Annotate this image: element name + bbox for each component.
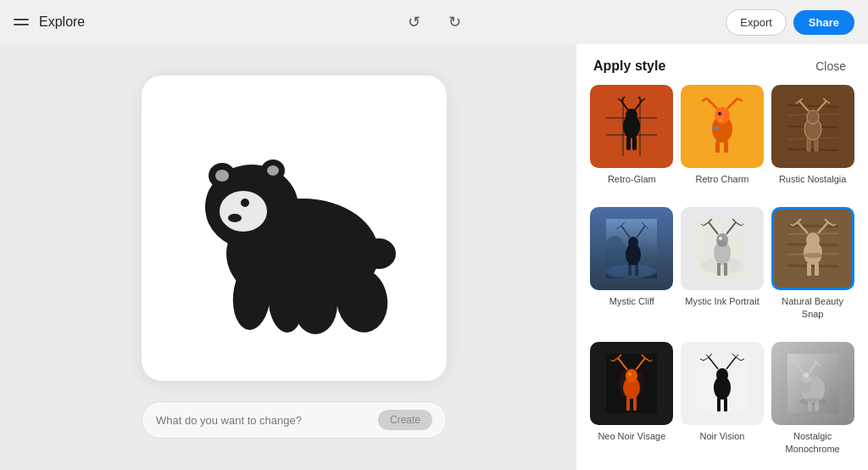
svg-point-40: [719, 119, 722, 122]
styles-grid: Retro-Glam: [576, 85, 868, 470]
svg-rect-59: [815, 138, 818, 151]
prompt-input[interactable]: [156, 414, 378, 427]
svg-rect-107: [815, 263, 819, 276]
svg-point-11: [241, 199, 249, 207]
close-button[interactable]: Close: [810, 58, 851, 75]
style-label-noir-vision: Noir Vision: [699, 430, 744, 442]
svg-rect-87: [724, 263, 727, 276]
svg-rect-106: [807, 263, 811, 276]
style-item-natural-beauty[interactable]: Natural Beauty Snap: [771, 207, 854, 335]
style-thumb-mystic-ink: [681, 207, 764, 290]
svg-point-148: [799, 398, 826, 405]
style-label-mystic-ink: Mystic Ink Portrait: [685, 295, 759, 307]
svg-point-105: [804, 253, 824, 258]
svg-rect-28: [626, 137, 631, 150]
style-item-mystic-ink[interactable]: Mystic Ink Portrait: [681, 207, 765, 335]
style-item-retro-glam[interactable]: Retro-Glam: [590, 85, 674, 200]
svg-point-39: [718, 112, 721, 115]
svg-line-49: [787, 149, 838, 150]
export-button[interactable]: Export: [726, 9, 787, 36]
svg-point-13: [215, 170, 229, 182]
svg-rect-149: [808, 401, 812, 411]
prompt-bar: Create: [142, 401, 447, 439]
style-panel-title: Apply style: [593, 59, 665, 74]
svg-point-64: [628, 237, 638, 249]
svg-point-9: [362, 238, 396, 269]
style-label-rustic-nostalgia: Rustic Nostalgia: [779, 173, 846, 185]
svg-point-122: [619, 368, 644, 399]
svg-rect-41: [715, 141, 720, 153]
style-thumb-neo-noir: [590, 342, 673, 425]
style-item-retro-charm[interactable]: Retro Charm: [681, 85, 765, 200]
svg-point-151: [804, 372, 809, 378]
svg-rect-29: [632, 137, 637, 150]
redo-button[interactable]: ↻: [441, 8, 468, 36]
menu-icon[interactable]: [14, 19, 29, 25]
svg-rect-58: [807, 138, 810, 151]
svg-rect-42: [724, 141, 728, 153]
bear-logo: [175, 109, 413, 347]
style-item-neo-noir[interactable]: Neo Noir Visage: [590, 342, 674, 470]
style-thumb-noir-vision: [681, 342, 764, 425]
svg-rect-137: [724, 398, 727, 411]
svg-line-90: [787, 226, 838, 227]
style-panel-header: Apply style Close: [576, 44, 868, 85]
svg-point-51: [807, 110, 819, 124]
svg-rect-120: [626, 397, 630, 411]
share-button[interactable]: Share: [793, 10, 854, 35]
svg-point-10: [220, 191, 267, 232]
style-thumb-retro-charm: [681, 85, 764, 168]
style-label-nostalgic: Nostalgic Monochrome: [771, 430, 854, 455]
style-label-retro-charm: Retro Charm: [696, 173, 749, 185]
style-thumb-natural-beauty: [771, 207, 854, 290]
header-center: ↺ ↻: [400, 8, 468, 36]
style-item-rustic-nostalgia[interactable]: Rustic Nostalgia: [771, 85, 854, 200]
svg-point-14: [267, 165, 279, 176]
svg-point-73: [606, 265, 657, 278]
svg-point-12: [228, 214, 242, 222]
style-item-noir-vision[interactable]: Noir Vision: [681, 342, 765, 470]
svg-rect-136: [717, 398, 721, 411]
style-thumb-nostalgic: [771, 342, 854, 425]
canvas-card: [142, 76, 447, 381]
style-label-neo-noir: Neo Noir Visage: [598, 430, 665, 442]
style-panel: Apply style Close: [576, 44, 868, 470]
svg-point-125: [716, 368, 728, 382]
svg-point-32: [715, 107, 730, 124]
style-thumb-mystic-cliff: [590, 207, 673, 290]
header-left: Explore: [14, 14, 85, 30]
style-label-retro-glam: Retro-Glam: [608, 173, 656, 185]
style-item-mystic-cliff[interactable]: Mystic Cliff: [590, 207, 674, 335]
svg-point-77: [716, 233, 728, 247]
svg-rect-150: [815, 401, 819, 411]
style-label-mystic-cliff: Mystic Cliff: [609, 295, 654, 307]
create-button[interactable]: Create: [378, 410, 432, 430]
header-right: Export Share: [726, 9, 854, 36]
svg-point-88: [719, 237, 722, 240]
page-title: Explore: [39, 14, 85, 30]
undo-button[interactable]: ↺: [400, 8, 427, 36]
style-thumb-rustic-nostalgia: [771, 85, 854, 168]
style-thumb-retro-glam: [590, 85, 673, 168]
svg-line-94: [787, 266, 838, 266]
svg-rect-121: [633, 397, 637, 411]
svg-rect-86: [717, 263, 721, 276]
style-item-nostalgic[interactable]: Nostalgic Monochrome: [771, 342, 854, 470]
style-label-natural-beauty: Natural Beauty Snap: [771, 295, 854, 320]
svg-rect-43: [712, 126, 719, 130]
canvas-area: Create: [0, 44, 588, 470]
header: Explore ↺ ↻ Export Share: [0, 0, 868, 44]
svg-point-96: [806, 232, 820, 248]
